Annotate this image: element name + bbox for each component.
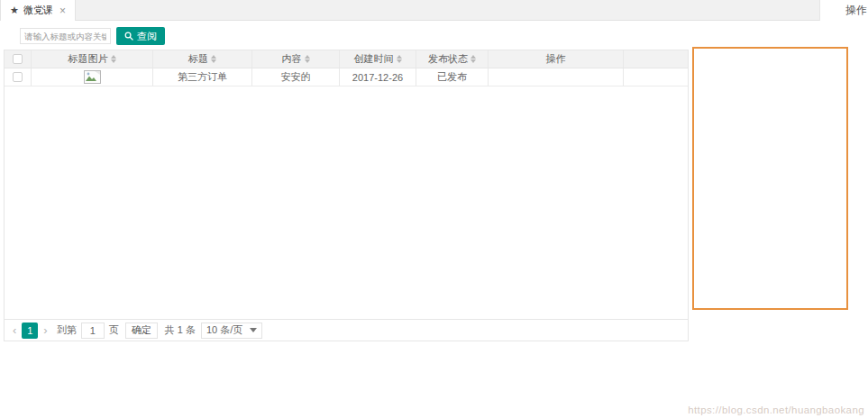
page-number-button[interactable]: 1: [22, 323, 38, 339]
tab-operations-button[interactable]: 操作: [819, 0, 868, 21]
tab-bar: ★ 微党课 × 操作: [0, 0, 868, 21]
select-all-checkbox[interactable]: [13, 54, 23, 64]
goto-label: 到第: [57, 323, 77, 337]
next-page-button[interactable]: ›: [41, 324, 50, 336]
row-status-cell: 已发布: [416, 68, 489, 86]
page-size-label: 10 条/页: [206, 323, 242, 337]
caret-down-icon: [250, 328, 257, 332]
table-header-row: 标题图片 标题 内容 创建时间 发布状态 操作: [5, 50, 688, 68]
page: ★ 微党课 × 操作 查阅 标题图片 标题: [0, 0, 868, 418]
total-count-label: 共 1 条: [165, 323, 196, 337]
row-title-cell: 第三方订单: [153, 68, 252, 86]
row-actions-cell: [489, 68, 624, 86]
goto-confirm-button[interactable]: 确定: [125, 323, 158, 339]
table-empty-area: [5, 86, 688, 319]
pagination-bar: ‹ 1 › 到第 页 确定 共 1 条 10 条/页: [5, 319, 688, 341]
annotation-highlight-box: [692, 47, 848, 310]
row-checkbox[interactable]: [13, 72, 23, 82]
header-actions: 操作: [489, 50, 624, 68]
row-title-image-cell: [32, 68, 153, 86]
column-label: 创建时间: [354, 52, 394, 66]
sort-icon[interactable]: [397, 55, 402, 63]
table-row[interactable]: 第三方订单 安安的 2017-12-26 已发布: [5, 68, 688, 86]
row-filler-cell: [624, 68, 688, 86]
sort-icon[interactable]: [305, 55, 310, 63]
search-button-label: 查阅: [137, 30, 157, 43]
search-icon: [124, 32, 133, 41]
tab-close-icon[interactable]: ×: [59, 5, 66, 17]
search-toolbar: 查阅: [20, 27, 868, 45]
goto-unit-label: 页: [109, 323, 119, 337]
header-select-cell: [5, 50, 32, 68]
row-content-cell: 安安的: [252, 68, 340, 86]
header-filler: [624, 50, 688, 68]
tab-weidangke[interactable]: ★ 微党课 ×: [0, 0, 76, 21]
broken-image-icon: [84, 70, 101, 84]
row-select-cell: [5, 68, 32, 86]
header-title[interactable]: 标题: [153, 50, 252, 68]
prev-page-button[interactable]: ‹: [10, 324, 19, 336]
header-content[interactable]: 内容: [252, 50, 340, 68]
page-size-select[interactable]: 10 条/页: [201, 323, 262, 339]
watermark-text: https://blog.csdn.net/huangbaokang: [688, 404, 864, 415]
goto-page-input[interactable]: [81, 323, 105, 339]
column-label: 标题: [188, 52, 208, 66]
sort-icon[interactable]: [471, 55, 476, 63]
tab-label: 微党课: [23, 4, 53, 17]
row-created-cell: 2017-12-26: [340, 68, 416, 86]
header-title-image[interactable]: 标题图片: [32, 50, 153, 68]
sort-icon[interactable]: [211, 55, 216, 63]
header-created-at[interactable]: 创建时间: [340, 50, 416, 68]
column-label: 发布状态: [428, 52, 468, 66]
column-label: 标题图片: [69, 52, 108, 66]
header-status[interactable]: 发布状态: [416, 50, 489, 68]
star-icon: ★: [10, 5, 19, 16]
column-label: 内容: [282, 52, 302, 66]
column-label: 操作: [546, 52, 566, 66]
sort-icon[interactable]: [111, 55, 116, 63]
data-table: 标题图片 标题 内容 创建时间 发布状态 操作: [4, 50, 689, 341]
search-input[interactable]: [20, 28, 111, 44]
search-button[interactable]: 查阅: [116, 27, 165, 45]
